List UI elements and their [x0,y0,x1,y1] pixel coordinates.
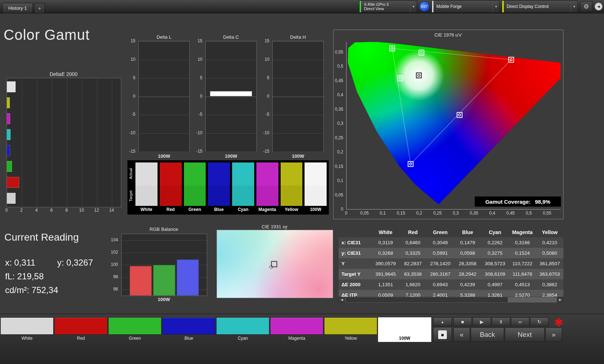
axis-tick-label: 4 [35,208,38,213]
cie-1976-panel: CIE 1976 u'v' 0,550,50,450,40,350,30,250… [333,30,563,219]
bottom-bar: WhiteRedGreenBlueCyanMagentaYellow100W ▲… [0,314,604,364]
patch-button-blue[interactable]: Blue [162,317,215,342]
color-patch-red: Red [160,162,182,214]
grid-line [139,152,189,152]
tab-history-1[interactable]: History 1 [2,3,33,13]
back-button[interactable]: Back [471,327,504,342]
grid-line [206,133,256,134]
scrollbar-thumb[interactable] [346,297,508,302]
actual-swatch [256,162,278,186]
red-balance-bar [130,266,152,296]
plot-area [272,41,324,152]
grid-line [206,152,256,152]
chevron-left-icon: ◀ [597,5,600,8]
source-dropdown[interactable]: Mobile Forge ▼ [432,0,500,13]
reading-x: x: 0,311 [5,258,35,268]
deltae-chart-title: DeltaE 2000 [7,71,121,77]
next-chevron-button[interactable]: » [545,327,562,342]
axis-tick-label: -15 [263,149,269,154]
y-axis-labels: 151050-5-10-15 [194,41,204,151]
patch-button-100w[interactable]: 100W [378,317,431,342]
cie-1976-title: CIE 1976 u'v' [334,32,563,38]
axis-tick-label: 0,5 [337,64,343,69]
table-cell: 2,5270 [509,290,536,297]
play-button[interactable]: ▶ [473,317,491,326]
column-header-magenta: Magenta [509,227,536,237]
reading-y: y: 0,3267 [57,258,93,268]
meter-dropdown[interactable]: X-Rite i1Pro 3 Direct View ▼ [359,0,417,13]
stop-icon: ■ [461,319,464,325]
stop-button[interactable]: ■ [453,317,472,326]
raise-window-button[interactable]: ▲ [433,317,452,326]
actual-swatch [184,162,206,186]
settings-button[interactable]: ⚙ [580,1,592,12]
axis-tick-label: -15 [129,149,135,154]
axis-tick-label: 0,3 [337,121,343,126]
swatch-label: 100W [305,206,327,213]
patch-label: Green [108,335,162,342]
chart-body: 151050-5-10-15 [194,41,257,152]
patch-button-green[interactable]: Green [108,317,162,342]
patch-button-yellow[interactable]: Yellow [324,317,377,342]
reading-cdm2: cd/m²: 752,34 [5,285,58,295]
patch-button-magenta[interactable]: Magenta [270,317,323,342]
measurement-transport-controls: ■▶Ⅱ∞↻ [453,317,549,326]
axis-tick-label: 0,2 [416,211,422,216]
table-cell: 278,1420 [427,258,454,269]
rgb-balance-y-axis: 1041021009896 [109,234,119,295]
collapse-panel-button[interactable]: ◀ [595,3,603,10]
table-cell: 0,3862 [536,279,563,290]
measurement-count-badge[interactable]: 697 [419,1,429,12]
scroll-left-button[interactable]: ◀ [339,297,345,302]
target-swatch [160,186,182,206]
loop-button[interactable]: ∞ [511,317,529,326]
page-title: Color Gamut [4,27,90,43]
patch-button-white[interactable]: White [0,317,54,342]
patch-button-red[interactable]: Red [54,317,108,342]
axis-tick-label: 0,15 [397,211,405,216]
up-arrow-icon: ▲ [441,320,444,324]
green-balance-bar [153,265,175,296]
axis-tick-label: 100 [111,262,118,267]
scrollbar-track[interactable] [345,297,557,302]
table-cell: 308,6109 [481,269,509,279]
target-swatch [232,186,254,206]
axis-tick-label: 0 [133,94,135,99]
refresh-button[interactable]: ↻ [530,317,549,326]
table-row: Y390,057982,2837278,142028,3358308,57231… [339,258,563,269]
axis-tick-label: 15 [198,38,202,43]
table-cell: 0,2262 [481,237,509,248]
display-control-dropdown[interactable]: Direct Display Control ▼ [502,0,578,13]
table-cell: 0,3325 [399,248,427,258]
table-cell: 0,0509 [372,290,399,297]
grid-line [273,133,323,134]
deltae-chart [7,78,121,207]
gear-icon: ⚙ [583,3,589,10]
new-tab-button[interactable]: + [34,3,45,13]
target-swatch [184,186,206,206]
patch-button-cyan[interactable]: Cyan [216,317,269,342]
grid-line [139,78,189,79]
swatch-label: White [135,206,158,213]
axis-tick-label: 0 [345,211,348,216]
scroll-right-button[interactable]: ▶ [557,297,563,302]
cie-1931-plot [217,230,333,298]
chevron-down-icon: ▼ [410,1,417,12]
axis-tick-label: 0,1 [337,178,343,183]
next-button[interactable]: Next [505,327,545,342]
pause-button[interactable]: Ⅱ [492,317,510,326]
axis-tick-label: 14 [109,208,114,213]
chevrons-left-icon: « [460,331,464,339]
back-chevron-button[interactable]: « [453,327,470,342]
axis-tick-label: -10 [129,130,135,135]
alert-button[interactable]: ✱ [551,315,566,329]
axis-tick-label: 98 [113,274,118,279]
table-cell: 2,4001 [427,290,454,297]
axis-tick-label: 10 [79,208,84,213]
pattern-window-button[interactable]: ■ [433,327,452,342]
patch-swatch [270,317,323,335]
display-control-accent-bar [502,1,504,12]
axis-tick-label: 15 [131,38,135,43]
gamut-coverage-readout: Gamut Coverage: 98,9% [475,196,561,207]
table-cell: 83,3536 [399,269,427,279]
